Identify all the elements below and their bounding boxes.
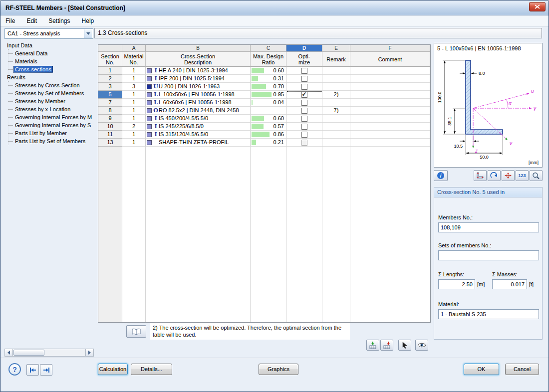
row-comment[interactable] (350, 91, 430, 99)
row-optimize-cell[interactable] (286, 83, 322, 91)
details-button[interactable]: Details... (131, 364, 172, 375)
table-row[interactable]: 8 1 O RO 82.5x2 | DIN 2448, DIN 2458 7) (98, 107, 430, 115)
table-row[interactable]: 3 3 U U 200 | DIN 1026-1:1963 0.70 (98, 83, 430, 91)
table-row[interactable]: 11 1 I IS 315/120/4.5/6.5/0 0.86 (98, 131, 430, 139)
row-material-no[interactable]: 2 (122, 123, 146, 131)
column-letter-b[interactable]: B (146, 45, 251, 52)
tree-item-stresses-by-member[interactable]: Stresses by Member (8, 97, 94, 105)
row-description-cell[interactable]: I IS 245/225/6/8.5/0 (146, 123, 251, 131)
tree-item-governing-forces-by-set[interactable]: Governing Internal Forces by S (8, 121, 94, 129)
column-letter-c[interactable]: C (251, 45, 286, 52)
row-material-no[interactable]: 1 (122, 91, 146, 99)
row-optimize-cell[interactable] (286, 115, 322, 123)
header-material-no[interactable]: MaterialNo. (122, 52, 146, 67)
row-remark[interactable]: 2) (322, 91, 350, 99)
optimize-checkbox[interactable] (301, 76, 307, 82)
design-case-selector[interactable]: CA1 - Stress analysis (4, 28, 93, 39)
menu-edit[interactable]: Edit (21, 15, 42, 24)
row-ratio-cell[interactable]: 0.60 (251, 115, 286, 123)
next-table-button[interactable] (40, 364, 52, 376)
library-button[interactable] (126, 325, 146, 338)
members-field[interactable]: 108,109 (438, 222, 539, 232)
optimize-checkbox[interactable] (301, 84, 307, 90)
row-description-cell[interactable]: I IPE 200 | DIN 1025-5:1994 (146, 75, 251, 83)
row-remark[interactable] (322, 131, 350, 139)
row-section-no[interactable]: 9 (98, 115, 122, 123)
pick-in-graphic-button[interactable] (398, 340, 411, 351)
row-remark[interactable] (322, 67, 350, 75)
dimensions-button[interactable] (502, 170, 515, 181)
header-comment[interactable]: Comment (350, 52, 430, 67)
table-row[interactable]: 1 1 I HE A 240 | DIN 1025-3:1994 0.60 (98, 67, 430, 75)
optimize-checkbox[interactable] (301, 124, 307, 130)
row-remark[interactable] (322, 123, 350, 131)
row-material-no[interactable]: 1 (122, 131, 146, 139)
row-optimize-cell[interactable] (286, 107, 322, 115)
tree-item-materials[interactable]: Materials (8, 57, 94, 65)
scroll-thumb[interactable] (13, 350, 44, 356)
numbering-button[interactable]: 123 (516, 170, 529, 181)
row-ratio-cell[interactable]: 0.95 (251, 91, 286, 99)
header-optimize[interactable]: Opti-mize (286, 52, 322, 67)
row-description-cell[interactable]: L L 100x50x6 | EN 10056-1:1998 (146, 91, 251, 99)
row-description-cell[interactable]: I HE A 240 | DIN 1025-3:1994 (146, 67, 251, 75)
row-remark[interactable] (322, 75, 350, 83)
row-material-no[interactable]: 1 (122, 107, 146, 115)
tree-item-stresses-by-set-of-members[interactable]: Stresses by Set of Members (8, 89, 94, 97)
optimize-checkbox[interactable] (301, 92, 307, 98)
table-row[interactable]: 9 1 I IS 450/200/4.5/5.5/0 0.60 (98, 115, 430, 123)
row-description-cell[interactable]: SHAPE-THIN ZETA-PROFIL (146, 139, 251, 147)
info-button[interactable]: i (434, 170, 448, 181)
row-material-no[interactable]: 1 (122, 75, 146, 83)
tree-results[interactable]: Results (4, 73, 94, 81)
tree-input-data[interactable]: Input Data (4, 41, 94, 49)
row-section-no[interactable]: 13 (98, 139, 122, 147)
table-row[interactable]: 5 1 L L 100x50x6 | EN 10056-1:1998 0.95 … (98, 91, 430, 99)
column-letter-a[interactable]: A (122, 45, 146, 52)
sets-field[interactable] (438, 250, 539, 260)
transfer-row-button[interactable] (366, 340, 379, 351)
column-letter-d[interactable]: D (286, 45, 322, 52)
header-description[interactable]: Cross-SectionDescription (146, 52, 251, 67)
row-comment[interactable] (350, 131, 430, 139)
menu-help[interactable]: Help (77, 15, 99, 24)
row-material-no[interactable]: 1 (122, 67, 146, 75)
stress-points-button[interactable] (474, 170, 487, 181)
tree-item-stresses-by-x-location[interactable]: Stresses by x-Location (8, 105, 94, 113)
rotate-view-button[interactable] (488, 170, 501, 181)
row-comment[interactable] (350, 115, 430, 123)
scroll-left-arrow-icon[interactable] (5, 349, 13, 356)
tree-item-parts-list-by-member[interactable]: Parts List by Member (8, 129, 94, 137)
previous-table-button[interactable] (26, 364, 39, 376)
close-button[interactable] (529, 2, 546, 11)
help-button[interactable]: ? (8, 363, 21, 376)
row-comment[interactable] (350, 107, 430, 115)
optimize-checkbox[interactable] (301, 140, 307, 146)
row-remark[interactable] (322, 83, 350, 91)
header-max-design-ratio[interactable]: Max. DesignRatio (251, 52, 286, 67)
row-ratio-cell[interactable] (251, 107, 286, 115)
row-remark[interactable] (322, 99, 350, 107)
row-ratio-cell[interactable]: 0.04 (251, 99, 286, 107)
menu-file[interactable]: File (0, 15, 20, 24)
chevron-down-icon[interactable] (84, 29, 92, 38)
row-ratio-cell[interactable]: 0.70 (251, 83, 286, 91)
row-remark[interactable] (322, 139, 350, 147)
row-description-cell[interactable]: I IS 315/120/4.5/6.5/0 (146, 131, 251, 139)
row-section-no[interactable]: 1 (98, 67, 122, 75)
row-material-no[interactable]: 1 (122, 139, 146, 147)
lengths-field[interactable]: 2.50 (438, 279, 475, 289)
row-description-cell[interactable]: L L 60x60x6 | EN 10056-1:1998 (146, 99, 251, 107)
row-comment[interactable] (350, 123, 430, 131)
row-description-cell[interactable]: U U 200 | DIN 1026-1:1963 (146, 83, 251, 91)
optimize-checkbox[interactable] (301, 68, 307, 74)
row-section-no[interactable]: 10 (98, 123, 122, 131)
transfer-table-button[interactable] (380, 340, 393, 351)
column-letter-e[interactable]: E (322, 45, 350, 52)
row-section-no[interactable]: 11 (98, 131, 122, 139)
row-section-no[interactable]: 3 (98, 83, 122, 91)
row-comment[interactable] (350, 139, 430, 147)
tree-horizontal-scrollbar[interactable] (4, 349, 94, 357)
cancel-button[interactable]: Cancel (505, 364, 539, 375)
row-comment[interactable] (350, 83, 430, 91)
